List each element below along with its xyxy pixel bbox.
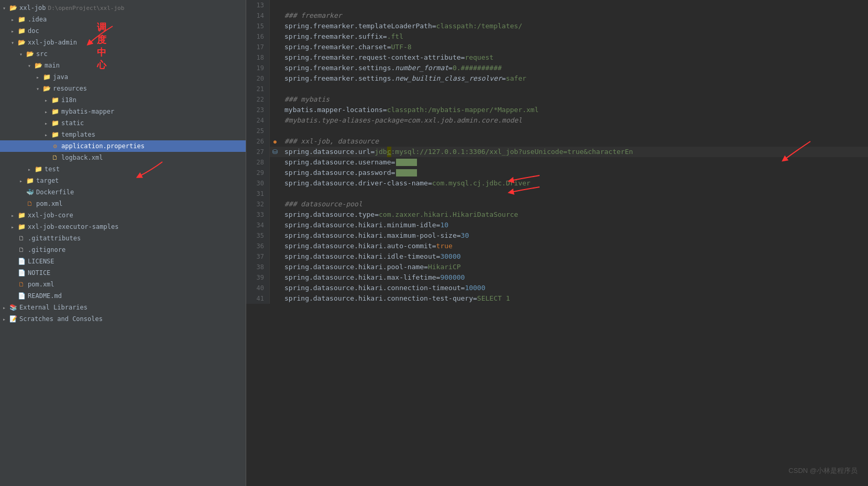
sidebar-item-target[interactable]: ▸📁target [0,175,246,186]
line-icon [270,52,280,63]
prop-val: SELECT 1 [477,293,510,304]
sidebar-label-doc: doc [28,27,39,35]
line-icon [270,251,280,262]
line-content: spring.datasource.hikari.max-lifetime=90… [280,272,465,283]
sidebar-item-static[interactable]: ▸📁static [0,117,246,129]
prop-val: com.zaxxer.hikari.HikariDataSource [379,209,518,220]
tree-icon-external-libs: 📚 [8,304,18,311]
code-line-35: 35spring.datasource.hikari.maximum-pool-… [246,230,868,241]
sidebar-item-main[interactable]: ▾📂main [0,60,246,71]
tree-icon-idea: 📁 [17,16,26,23]
prop-eq: = [432,241,436,251]
tree-icon-test: 📁 [34,165,43,173]
prop-key: spring.freemarker.suffix [284,31,383,42]
tree-icon-application-properties: ⚙ [50,142,60,150]
code-line-38: 38spring.datasource.hikari.pool-name=Hik… [246,262,868,272]
prop-eq: = [428,178,432,189]
line-content: spring.datasource.hikari.auto-commit=tru… [280,241,453,251]
line-icon: ⛁ [270,147,280,157]
sidebar-label-xxl-job-executor: xxl-job-executor-samples [28,223,118,230]
line-icon [270,115,280,126]
sidebar-item-gitattributes[interactable]: 🗋.gitattributes [0,233,246,244]
sidebar-label-static: static [61,119,84,127]
tree-icon-scratches: 📝 [8,315,18,323]
line-icon [270,283,280,293]
prop-eq: = [391,168,395,178]
prop-key: spring.datasource.hikari.idle-timeout [284,251,436,262]
line-icon [270,42,280,52]
line-icon [270,94,280,105]
code-line-32: 32### datasource-pool [246,199,868,209]
sidebar-item-xxl-job-root[interactable]: ▾📂xxl-jobD:\openProject\xxl-job [0,2,246,14]
code-line-19: 19spring.freemarker.settings.number_form… [246,63,868,73]
sidebar-item-src[interactable]: ▾📂src [0,48,246,60]
sidebar-item-pom-root[interactable]: 🗋pom.xml [0,279,246,290]
code-line-22: 22### mybatis [246,94,868,105]
sidebar-label-pom-admin: pom.xml [36,200,63,207]
prop-val: HikariCP [428,262,461,272]
sidebar-label-java: java [53,73,68,81]
prop-key: spring.freemarker.settings. [284,73,395,84]
sidebar-item-notice[interactable]: 📄NOTICE [0,267,246,279]
sidebar-item-xxl-job-admin[interactable]: ▾📂xxl-job-admin [0,37,246,48]
line-content: spring.datasource.hikari.minimum-idle=10 [280,220,448,230]
line-icon [270,220,280,230]
sidebar-item-pom-admin[interactable]: 🗋pom.xml [0,198,246,209]
code-line-21: 21 [246,84,868,94]
sidebar-item-templates[interactable]: ▸📁templates [0,129,246,140]
tree-arrow: ▸ [8,28,17,34]
line-number: 25 [246,126,270,136]
sidebar-item-xxl-job-core[interactable]: ▸📁xxl-job-core [0,209,246,221]
sidebar-item-readme[interactable]: 📄README.md [0,290,246,302]
prop-val: com.mysql.cj.jdbc.Driver [432,178,531,189]
line-icon [270,84,280,94]
line-icon: ● [270,136,280,147]
sidebar-item-idea[interactable]: ▸📁.idea [0,14,246,25]
prop-key: spring.freemarker.charset [284,42,387,52]
line-number: 18 [246,52,270,63]
sidebar-item-dockerfile[interactable]: 🐳Dockerfile [0,186,246,198]
sidebar-item-test[interactable]: ▸📁test [0,163,246,175]
sidebar-item-mybatis-mapper[interactable]: ▸📁mybatis-mapper [0,106,246,117]
line-number: 19 [246,63,270,73]
line-number: 22 [246,94,270,105]
line-number: 35 [246,230,270,241]
tree-arrow: ▾ [0,5,8,11]
line-content [280,189,289,199]
tree-icon-license: 📄 [17,258,26,265]
code-line-39: 39spring.datasource.hikari.max-lifetime=… [246,272,868,283]
sidebar-item-doc[interactable]: ▸📁doc [0,25,246,37]
prop-key: spring.datasource.hikari.max-lifetime [284,272,436,283]
line-icon [270,241,280,251]
sidebar-item-i18n[interactable]: ▸📁i18n [0,94,246,106]
line-number: 41 [246,293,270,304]
sidebar-item-logback-xml[interactable]: 🗋logback.xml [0,152,246,163]
prop-key: spring.freemarker.request-context-attrib… [284,52,461,63]
file-tree-sidebar[interactable]: 调度中心 ▾📂xxl-jobD:\openProject\xxl-job▸📁.i… [0,0,246,486]
line-content: spring.datasource.hikari.maximum-pool-si… [280,230,469,241]
comment-text: ### datasource-pool [284,199,362,209]
line-icon [270,157,280,168]
sidebar-item-external-libs[interactable]: ▸📚External Libraries [0,302,246,313]
sidebar-item-java[interactable]: ▸📁java [0,71,246,83]
tree-icon-target: 📁 [25,177,35,184]
sidebar-item-xxl-job-executor[interactable]: ▸📁xxl-job-executor-samples [0,221,246,233]
sidebar-item-gitignore[interactable]: 🗋.gitignore [0,244,246,256]
prop-key: spring.datasource.hikari.pool-name [284,262,424,272]
sidebar-item-license[interactable]: 📄LICENSE [0,256,246,267]
comment-text: ### mybatis [284,94,329,105]
sidebar-item-resources[interactable]: ▾📂resources [0,83,246,94]
line-content: spring.datasource.type=com.zaxxer.hikari… [280,209,518,220]
line-number: 31 [246,189,270,199]
sidebar-item-scratches[interactable]: ▸📝Scratches and Consoles [0,313,246,325]
line-icon [270,10,280,21]
sidebar-item-application-properties[interactable]: ⚙application.properties [0,140,246,152]
line-icon [270,168,280,178]
prop-eq: = [436,220,441,230]
tree-arrow: ▸ [8,17,17,23]
line-content: mybatis.mapper-locations=classpath:/myba… [280,105,539,115]
line-number: 29 [246,168,270,178]
prop-val: classpath:/mybatis-mapper/*Mapper.xml [387,105,539,115]
prop-eq: = [448,63,453,73]
line-content: spring.datasource.hikari.pool-name=Hikar… [280,262,461,272]
